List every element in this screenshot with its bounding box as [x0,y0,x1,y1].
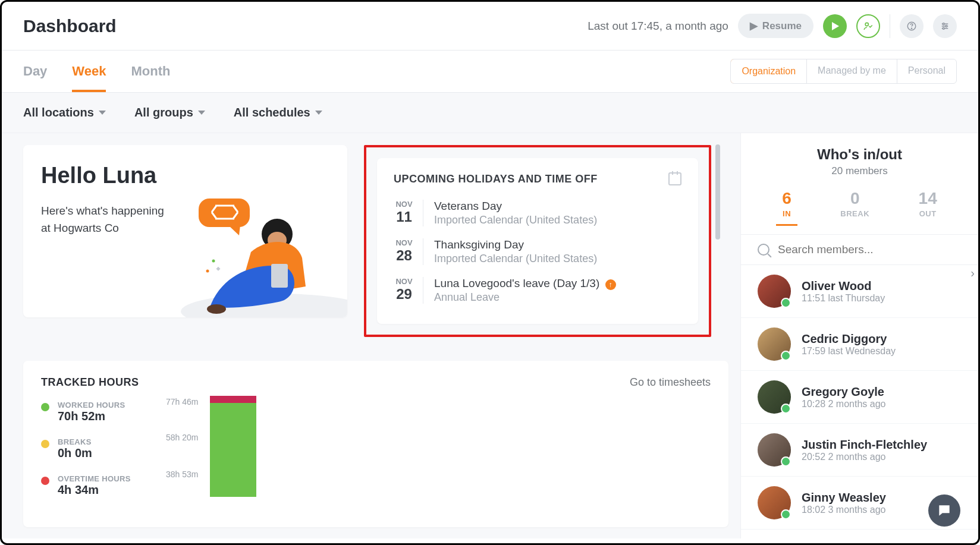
count-out[interactable]: 14OUT [913,185,943,226]
panel-collapse-chevron[interactable]: › [970,266,975,279]
svg-marker-9 [228,225,240,235]
resume-label: Resume [762,20,802,32]
holiday-row: NOV29 Luna Lovegood's leave (Day 1/3) ↑A… [394,271,681,310]
clock-in-button[interactable] [823,14,847,38]
count-number: 6 [782,189,791,208]
topbar: Dashboard Last out 17:45, a month ago ▶ … [2,2,978,51]
upcoming-highlight: UPCOMING HOLIDAYS AND TIME OFF NOV11 Vet… [364,145,711,337]
divider [890,14,890,38]
member-search [741,234,978,265]
svg-point-1 [865,23,868,26]
svg-point-15 [206,270,209,273]
go-to-timesheets-link[interactable]: Go to timesheets [630,376,711,389]
settings-button[interactable] [933,14,957,38]
legend-label: OVERTIME HOURS [58,474,131,483]
whos-title: Who's in/out [758,146,962,163]
filter-groups-label: All groups [134,106,193,119]
upcoming-title: UPCOMING HOLIDAYS AND TIME OFF [394,173,598,185]
holiday-title: Luna Lovegood's leave (Day 1/3) ↑ [434,277,616,290]
chart-bar [210,396,256,497]
dot-icon [41,403,49,411]
hello-greeting: Hello Luna [41,163,329,188]
holiday-month: NOV [394,277,414,286]
last-out-text: Last out 17:45, a month ago [588,20,728,33]
member-row[interactable]: Cedric Diggory17:59 last Wednesday [741,318,978,371]
chevron-down-icon [99,111,106,115]
upcoming-card: UPCOMING HOLIDAYS AND TIME OFF NOV11 Vet… [377,158,698,324]
hello-illustration [139,193,347,317]
svg-point-4 [943,23,944,24]
member-name: Oliver Wood [802,279,885,293]
holiday-sub: Annual Leave [434,291,616,304]
member-name: Gregory Goyle [802,385,885,399]
chat-widget[interactable] [928,494,960,527]
whos-in-out-panel: Who's in/out 20 members 6IN 0BREAK 14OUT… [740,133,978,538]
dot-icon [41,477,49,485]
svg-point-14 [212,260,215,263]
member-row[interactable]: Justin Finch-Fletchley20:52 2 months ago [741,424,978,477]
avatar [758,275,791,308]
main: Hello Luna Here's what's happening at Ho… [2,133,978,538]
legend-value: 4h 34m [58,483,131,497]
main-left: Hello Luna Here's what's happening at Ho… [2,133,740,538]
member-time: 11:51 last Thursday [802,293,885,304]
member-time: 17:59 last Wednesday [802,346,896,357]
calendar-icon[interactable] [668,172,681,185]
arrow-up-icon: ↑ [605,279,616,290]
holiday-row: NOV11 Veterans DayImported Calendar (Uni… [394,194,681,232]
member-time: 18:02 3 months ago [802,505,886,515]
y-tick: 77h 46m [166,397,198,407]
scope-managed[interactable]: Managed by me [806,59,897,83]
count-in[interactable]: 6IN [776,185,797,226]
tab-day[interactable]: Day [23,51,47,92]
count-number: 14 [919,189,937,208]
member-time: 10:28 2 months ago [802,399,885,409]
search-input[interactable] [778,243,962,256]
count-number: 0 [840,189,869,208]
tabs-row: Day Week Month Organization Managed by m… [2,51,978,93]
resume-button[interactable]: ▶ Resume [738,14,813,38]
tab-month[interactable]: Month [131,51,170,92]
count-break[interactable]: 0BREAK [834,185,875,226]
help-button[interactable] [900,14,924,38]
scope-organization[interactable]: Organization [730,59,807,84]
filter-schedules[interactable]: All schedules [234,106,322,119]
svg-point-6 [943,27,944,29]
search-icon [758,244,769,256]
avatar [758,433,791,467]
user-check-button[interactable] [856,14,880,38]
member-name: Ginny Weasley [802,491,886,505]
legend-value: 0h 0m [58,446,92,460]
tracked-title: TRACKED HOURS [41,376,139,389]
member-name: Cedric Diggory [802,332,896,346]
member-row[interactable]: Gregory Goyle10:28 2 months ago [741,371,978,424]
bar-worked [210,403,256,497]
holiday-month: NOV [394,200,414,209]
count-label: OUT [919,209,937,218]
scrollbar-thumb[interactable] [715,144,720,240]
tracked-chart: 77h 46m 58h 20m 38h 53m [166,401,711,497]
holiday-title: Thanksgiving Day [434,238,597,251]
holiday-day: 28 [394,247,414,264]
svg-rect-8 [199,199,250,227]
tab-week[interactable]: Week [72,51,106,92]
holiday-sub: Imported Calendar (United States) [434,253,597,265]
bar-overtime [210,396,256,403]
filters-bar: All locations All groups All schedules [2,93,978,133]
filter-groups[interactable]: All groups [134,106,205,119]
svg-rect-16 [216,267,220,271]
holiday-sub: Imported Calendar (United States) [434,214,597,226]
y-tick: 38h 53m [166,470,198,479]
holiday-day: 11 [394,209,414,225]
play-icon-small: ▶ [750,20,758,32]
dot-icon [41,440,49,448]
filter-locations[interactable]: All locations [23,106,106,119]
svg-point-5 [946,25,947,27]
holiday-title: Veterans Day [434,200,597,213]
hello-card: Hello Luna Here's what's happening at Ho… [23,145,347,317]
member-row[interactable]: Oliver Wood11:51 last Thursday [741,265,978,318]
holiday-day: 29 [394,286,414,303]
y-tick: 58h 20m [166,433,198,442]
count-label: BREAK [840,209,869,218]
scope-personal[interactable]: Personal [897,59,956,83]
